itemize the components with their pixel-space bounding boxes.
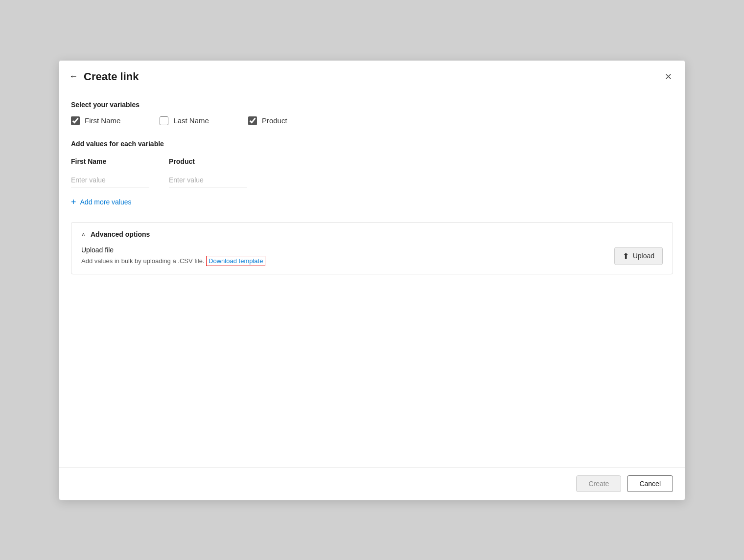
upload-file-description: Add values in bulk by uploading a .CSV f… xyxy=(81,256,265,266)
advanced-options-section: ∧ Advanced options Upload file Add value… xyxy=(71,222,673,274)
last-name-label: Last Name xyxy=(173,116,209,125)
add-values-title: Add values for each variable xyxy=(71,140,673,148)
close-button[interactable]: ✕ xyxy=(662,69,675,84)
upload-icon: ⬆ xyxy=(623,251,629,261)
chevron-icon: ∧ xyxy=(81,231,86,238)
dialog-header: ← Create link ✕ xyxy=(59,61,685,91)
download-template-link[interactable]: Download template xyxy=(206,256,265,266)
variable-product[interactable]: Product xyxy=(248,116,287,125)
product-checkbox[interactable] xyxy=(248,116,257,125)
upload-file-title: Upload file xyxy=(81,246,265,254)
product-field-group: Product xyxy=(169,157,247,187)
add-more-values-button[interactable]: + Add more values xyxy=(71,197,132,207)
variables-row: First Name Last Name Product xyxy=(71,116,673,125)
last-name-checkbox[interactable] xyxy=(160,116,168,125)
value-fields-row: First Name Product xyxy=(71,157,673,187)
upload-button-label: Upload xyxy=(633,252,654,260)
first-name-label: First Name xyxy=(85,116,120,125)
dialog-body: Select your variables First Name Last Na… xyxy=(59,91,685,467)
advanced-options-label: Advanced options xyxy=(91,230,150,238)
variable-last-name[interactable]: Last Name xyxy=(160,116,209,125)
upload-button[interactable]: ⬆ Upload xyxy=(614,247,663,265)
first-name-input[interactable] xyxy=(71,173,149,187)
advanced-options-header[interactable]: ∧ Advanced options xyxy=(81,230,663,238)
create-button[interactable]: Create xyxy=(576,475,621,492)
add-more-values-label: Add more values xyxy=(80,198,132,206)
dialog-footer: Create Cancel xyxy=(59,467,685,500)
product-col-label: Product xyxy=(169,157,247,165)
product-label: Product xyxy=(262,116,287,125)
add-values-section: Add values for each variable First Name … xyxy=(71,140,673,207)
dialog-title: Create link xyxy=(84,70,139,83)
back-arrow-icon[interactable]: ← xyxy=(69,71,78,82)
product-input[interactable] xyxy=(169,173,247,187)
upload-file-info: Upload file Add values in bulk by upload… xyxy=(81,246,265,266)
cancel-button[interactable]: Cancel xyxy=(627,475,673,492)
variable-first-name[interactable]: First Name xyxy=(71,116,120,125)
plus-icon: + xyxy=(71,197,76,207)
dialog-overlay: ← Create link ✕ Select your variables Fi… xyxy=(0,0,744,560)
first-name-checkbox[interactable] xyxy=(71,116,80,125)
create-link-dialog: ← Create link ✕ Select your variables Fi… xyxy=(59,60,685,500)
first-name-field-group: First Name xyxy=(71,157,149,187)
upload-description-text: Add values in bulk by uploading a .CSV f… xyxy=(81,257,206,265)
first-name-col-label: First Name xyxy=(71,157,149,165)
upload-file-row: Upload file Add values in bulk by upload… xyxy=(81,246,663,266)
select-variables-label: Select your variables xyxy=(71,101,673,109)
